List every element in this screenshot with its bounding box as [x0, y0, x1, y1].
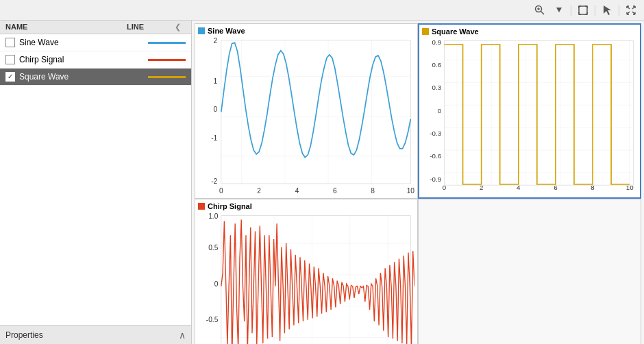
svg-text:-0.9: -0.9 — [430, 175, 441, 183]
sine-chart-title: Sine Wave — [198, 27, 414, 35]
svg-text:0: 0 — [214, 280, 219, 288]
svg-text:10: 10 — [407, 187, 414, 195]
properties-bar: Properties ∧ — [0, 325, 191, 344]
chirp-svg-container: 1.0 0.5 0 -0.5 -1.0 0 2 4 6 8 10 — [198, 212, 414, 344]
sine-checkbox[interactable] — [5, 38, 15, 47]
svg-text:-2: -2 — [211, 177, 217, 185]
square-title-dot — [422, 28, 429, 35]
toolbar — [0, 0, 644, 21]
col-arrow-btn[interactable]: ❮ — [175, 23, 186, 32]
svg-rect-40 — [444, 40, 633, 185]
square-wave-chart: Square Wave 0.9 0.6 0.3 0 -0.3 — [418, 23, 641, 199]
sine-line-preview — [148, 42, 186, 44]
square-svg-container: 0.9 0.6 0.3 0 -0.3 -0.6 -0.9 0 2 4 6 8 1… — [422, 37, 637, 195]
svg-rect-5 — [579, 6, 587, 14]
svg-text:0: 0 — [438, 107, 442, 114]
expand-button[interactable] — [623, 3, 639, 18]
square-line-preview — [148, 76, 186, 78]
svg-text:-0.3: -0.3 — [430, 130, 441, 137]
col-line-label: LINE — [127, 23, 175, 32]
empty-chart — [418, 199, 641, 344]
zoom-button[interactable] — [532, 3, 547, 18]
properties-label: Properties — [5, 330, 43, 340]
toolbar-separator-2 — [595, 5, 595, 16]
sine-title-text: Sine Wave — [208, 27, 245, 35]
chirp-line-preview — [148, 59, 186, 61]
legend-header: NAME LINE ❮ — [0, 21, 191, 34]
cursor-button[interactable] — [599, 3, 615, 18]
svg-text:0: 0 — [443, 184, 447, 191]
svg-text:-1: -1 — [211, 134, 217, 142]
chirp-chart-title: Chirp Signal — [198, 202, 414, 210]
svg-text:2: 2 — [214, 37, 218, 45]
svg-text:0: 0 — [219, 187, 223, 195]
legend-item-square[interactable]: ✓ Square Wave — [0, 69, 191, 86]
svg-text:6: 6 — [333, 187, 337, 195]
sine-wave-chart: Sine Wave 2 1 0 -1 - — [195, 23, 418, 199]
legend-item-sine[interactable]: Sine Wave — [0, 34, 191, 51]
svg-text:0.9: 0.9 — [432, 38, 442, 46]
square-svg: 0.9 0.6 0.3 0 -0.3 -0.6 -0.9 0 2 4 6 8 1… — [422, 37, 637, 195]
toolbar-separator — [571, 5, 571, 16]
legend-body: Sine Wave Chirp Signal ✓ Square Wave — [0, 34, 191, 325]
svg-text:0: 0 — [214, 106, 218, 113]
chirp-checkbox[interactable] — [5, 55, 15, 64]
check-mark: ✓ — [8, 73, 13, 80]
svg-marker-4 — [556, 8, 562, 12]
svg-text:1.0: 1.0 — [208, 213, 218, 221]
left-panel: NAME LINE ❮ Sine Wave Chirp Signal ✓ — [0, 21, 192, 344]
zoom-dropdown-button[interactable] — [552, 3, 567, 18]
svg-line-1 — [541, 11, 545, 14]
chirp-signal-chart: Chirp Signal 1.0 0.5 0 -0.5 -1. — [195, 199, 418, 344]
main-content: NAME LINE ❮ Sine Wave Chirp Signal ✓ — [0, 21, 644, 344]
legend-item-chirp[interactable]: Chirp Signal — [0, 51, 191, 69]
svg-text:2: 2 — [257, 187, 261, 195]
fit-button[interactable] — [575, 3, 591, 18]
sine-title-dot — [198, 27, 205, 34]
col-name-label: NAME — [5, 23, 127, 32]
sine-svg-container: 2 1 0 -1 -2 0 2 4 6 8 10 — [198, 36, 414, 195]
chirp-title-dot — [198, 203, 205, 210]
square-title-text: Square Wave — [432, 27, 479, 36]
sine-svg: 2 1 0 -1 -2 0 2 4 6 8 10 — [198, 36, 414, 195]
svg-text:-0.5: -0.5 — [206, 317, 219, 324]
chirp-title-text: Chirp Signal — [208, 202, 252, 210]
svg-text:1: 1 — [214, 77, 218, 84]
svg-text:8: 8 — [371, 187, 375, 195]
charts-area: Sine Wave 2 1 0 -1 - — [192, 21, 644, 344]
svg-text:0.6: 0.6 — [432, 61, 442, 69]
sine-label: Sine Wave — [19, 38, 143, 47]
svg-text:4: 4 — [295, 187, 299, 195]
properties-expand-btn[interactable]: ∧ — [179, 330, 186, 341]
chirp-svg: 1.0 0.5 0 -0.5 -1.0 0 2 4 6 8 10 — [198, 212, 414, 344]
svg-text:0.5: 0.5 — [208, 244, 218, 251]
svg-marker-14 — [604, 5, 611, 15]
square-checkbox[interactable]: ✓ — [5, 72, 15, 82]
svg-text:0.3: 0.3 — [432, 84, 442, 91]
chirp-label: Chirp Signal — [19, 55, 143, 64]
square-chart-title: Square Wave — [422, 27, 637, 36]
toolbar-separator-3 — [619, 5, 619, 16]
svg-text:-0.6: -0.6 — [430, 152, 441, 160]
square-label: Square Wave — [19, 72, 143, 82]
